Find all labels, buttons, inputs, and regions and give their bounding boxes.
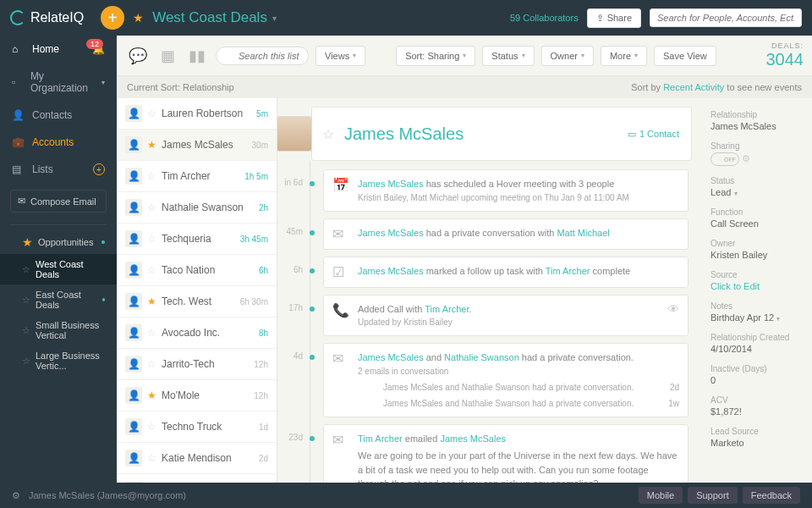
- share-button[interactable]: ⇪Share: [587, 8, 641, 28]
- topbar: RelateIQ + ★ West Coast Deals▾ 59 Collab…: [0, 0, 812, 36]
- footer-user[interactable]: James McSales (James@myorg.com): [29, 490, 186, 500]
- list-row[interactable]: 👤☆Nathalie Swanson2h: [117, 192, 277, 224]
- field-value: Click to Edit: [710, 281, 802, 291]
- sidebar-field-source[interactable]: SourceClick to Edit: [710, 270, 802, 291]
- more-dropdown[interactable]: More▾: [601, 46, 647, 66]
- compose-email-button[interactable]: ✉Compose Email: [10, 190, 107, 213]
- sidebar-field-created[interactable]: Relationship Created4/10/2014: [710, 333, 802, 354]
- star-icon[interactable]: ☆: [147, 233, 156, 245]
- nav-sub-item[interactable]: ☆East Coast Deals: [0, 284, 117, 315]
- save-view-button[interactable]: Save View: [654, 46, 716, 66]
- collaborators-link[interactable]: 59 Collaborators: [510, 13, 579, 23]
- list-row[interactable]: 👤★James McSales30m: [117, 130, 277, 161]
- global-search-input[interactable]: [650, 8, 802, 27]
- star-icon[interactable]: ☆: [147, 452, 156, 464]
- activity-dot: [102, 298, 105, 301]
- row-time: 3h 45m: [240, 235, 268, 244]
- gear-icon[interactable]: ⚙: [12, 490, 20, 501]
- sort-dropdown[interactable]: Sort: Sharing▾: [396, 46, 475, 66]
- nav-sub-item[interactable]: ☆Large Business Vertic...: [0, 345, 117, 376]
- row-time: 1h 5m: [244, 172, 268, 181]
- logo-icon: [10, 10, 25, 25]
- sidebar-field-leadsource[interactable]: Lead SourceMarketo: [710, 427, 802, 448]
- star-icon[interactable]: ★: [147, 389, 156, 401]
- mobile-button[interactable]: Mobile: [639, 487, 683, 504]
- sidebar-field-relationship[interactable]: RelationshipJames McSales: [710, 110, 802, 131]
- star-icon[interactable]: ☆: [147, 421, 156, 433]
- star-icon[interactable]: ☆: [147, 264, 156, 276]
- nav-sub-item[interactable]: ☆Small Business Vertical: [0, 315, 117, 345]
- star-icon[interactable]: ☆: [147, 108, 156, 119]
- list-row[interactable]: 👤☆Techno Truck1d: [117, 411, 277, 443]
- star-icon[interactable]: ☆: [147, 170, 156, 182]
- nav-accounts[interactable]: 💼Accounts: [0, 129, 117, 156]
- nav-my-org[interactable]: ▫My Organization▾: [0, 63, 117, 102]
- list-row[interactable]: 👤☆Techqueria3h 45m: [117, 224, 277, 255]
- list-row[interactable]: 👤☆Brandon Cunningham3d: [117, 474, 277, 483]
- add-button[interactable]: +: [101, 6, 124, 30]
- list-row[interactable]: 👤☆Avocado Inc.8h: [117, 318, 277, 349]
- sidebar-field-notes[interactable]: NotesBirthday Apr 12 ▾: [710, 301, 802, 323]
- timeline-event: 23d✉Tim Archer emailed James McSalesWe a…: [277, 424, 692, 483]
- footer: ⚙ James McSales (James@myorg.com) Mobile…: [0, 483, 812, 508]
- avatar-icon: 👤: [125, 199, 142, 216]
- star-icon[interactable]: ★: [133, 11, 144, 25]
- event-card[interactable]: 📞Added Call with Tim Archer.Updated by K…: [323, 295, 689, 337]
- event-card[interactable]: ✉Tim Archer emailed James McSalesWe are …: [323, 424, 689, 483]
- nav-lists[interactable]: ▤Lists+: [0, 156, 117, 183]
- event-type-icon: ✉: [332, 432, 349, 483]
- list-row[interactable]: 👤☆Taco Nation6h: [117, 255, 277, 286]
- contact-link[interactable]: ▭1 Contact: [628, 129, 679, 140]
- sharing-toggle[interactable]: OFF: [710, 152, 739, 166]
- eye-icon[interactable]: 👁: [667, 302, 679, 329]
- chart-view-icon[interactable]: ▮▮: [185, 47, 209, 65]
- event-card[interactable]: ☑James McSales marked a follow up task w…: [323, 257, 689, 288]
- nav-sub-item[interactable]: ☆West Coast Deals: [0, 254, 117, 284]
- list-row[interactable]: 👤☆Katie Mendison2d: [117, 443, 277, 474]
- star-icon[interactable]: ☆: [147, 358, 156, 370]
- field-value: 0: [710, 375, 802, 385]
- feedback-button[interactable]: Feedback: [743, 487, 800, 504]
- gear-icon[interactable]: ⚙: [742, 153, 750, 163]
- timeline-event: 6h☑James McSales marked a follow up task…: [277, 257, 692, 288]
- star-icon[interactable]: ★: [147, 295, 156, 307]
- chevron-down-icon: ▾: [272, 14, 277, 23]
- nav-opportunities[interactable]: ★Opportunities: [0, 230, 117, 254]
- timeline-dot: [310, 306, 315, 312]
- sidebar-field-status[interactable]: StatusLead ▾: [710, 176, 802, 197]
- nav-home[interactable]: ⌂Home🔔12: [0, 36, 117, 63]
- support-button[interactable]: Support: [688, 487, 738, 504]
- event-type-icon: ☑: [332, 264, 349, 280]
- event-type-icon: 📅: [332, 177, 349, 204]
- chat-view-icon[interactable]: 💬: [125, 47, 151, 65]
- views-dropdown[interactable]: Views▾: [315, 46, 365, 66]
- status-dropdown[interactable]: Status▾: [482, 46, 534, 66]
- event-card[interactable]: ✉James McSales and Nathalie Swanson had …: [323, 343, 689, 417]
- star-icon[interactable]: ☆: [147, 202, 156, 213]
- sidebar-field-owner[interactable]: OwnerKristen Bailey: [710, 239, 802, 260]
- sidebar-field-function[interactable]: FunctionCall Screen: [710, 207, 802, 229]
- grid-view-icon[interactable]: ▦: [157, 47, 178, 65]
- owner-dropdown[interactable]: Owner▾: [541, 46, 594, 66]
- sidebar-field-sharing[interactable]: SharingOFF ⚙: [710, 141, 802, 166]
- breadcrumb[interactable]: West Coast Deals▾: [152, 9, 277, 26]
- recent-activity-link[interactable]: Recent Activity: [663, 82, 724, 92]
- event-type-icon: ✉: [332, 226, 349, 242]
- list-search-input[interactable]: [216, 47, 309, 65]
- logo[interactable]: RelateIQ: [10, 10, 84, 25]
- star-icon[interactable]: ☆: [147, 327, 156, 339]
- star-outline-icon[interactable]: ☆: [322, 126, 334, 142]
- event-card[interactable]: ✉James McSales had a private conversatio…: [323, 218, 689, 250]
- event-card[interactable]: 📅James McSales has scheduled a Hover mee…: [323, 169, 689, 212]
- add-list-icon[interactable]: +: [93, 163, 105, 175]
- sidebar-field-inactive[interactable]: Inactive (Days)0: [710, 364, 802, 385]
- list-row[interactable]: 👤☆Tim Archer1h 5m: [117, 161, 277, 192]
- list-row[interactable]: 👤☆Lauren Robertson5m: [117, 98, 277, 130]
- star-icon[interactable]: ★: [147, 139, 156, 151]
- list-row[interactable]: 👤☆Jarrito-Tech12h: [117, 349, 277, 380]
- sidebar-field-acv[interactable]: ACV$1,872!: [710, 395, 802, 417]
- avatar[interactable]: [277, 116, 312, 152]
- list-row[interactable]: 👤★Tech. West6h 30m: [117, 286, 277, 318]
- list-row[interactable]: 👤★Mo'Mole12h: [117, 380, 277, 411]
- nav-contacts[interactable]: 👤Contacts: [0, 102, 117, 129]
